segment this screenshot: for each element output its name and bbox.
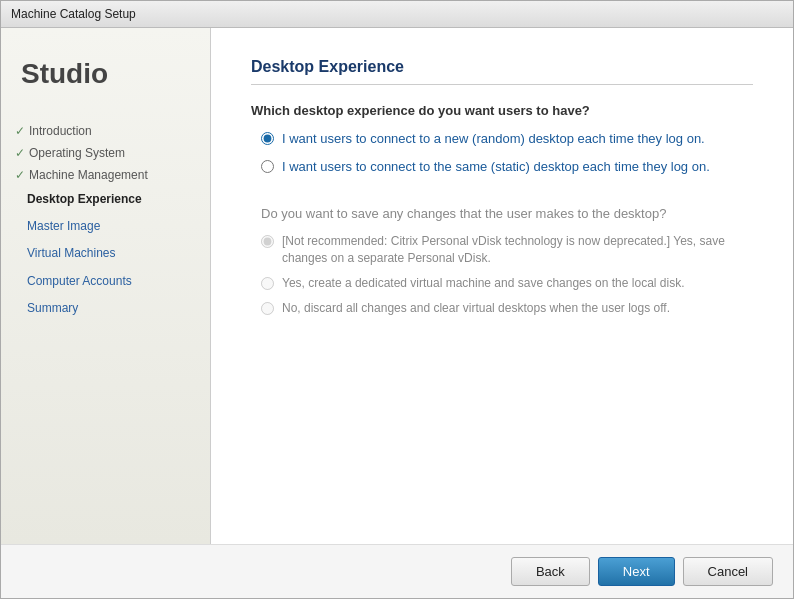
radio-static-input[interactable] <box>261 160 274 173</box>
spacer <box>251 325 753 524</box>
radio-option-random[interactable]: I want users to connect to a new (random… <box>261 130 753 148</box>
sidebar-title: Studio <box>1 58 210 120</box>
sidebar-item-master-image[interactable]: Master Image <box>1 213 210 240</box>
check-icon: ✓ <box>15 168 25 182</box>
sub-radio-pvdisk-label[interactable]: [Not recommended: Citrix Personal vDisk … <box>282 233 753 267</box>
next-button[interactable]: Next <box>598 557 675 586</box>
sidebar: Studio ✓ Introduction ✓ Operating System… <box>1 28 211 544</box>
cancel-button[interactable]: Cancel <box>683 557 773 586</box>
sidebar-item-virtual-machines[interactable]: Virtual Machines <box>1 240 210 267</box>
sidebar-item-machine-mgmt[interactable]: ✓ Machine Management <box>1 164 210 186</box>
sidebar-nav: ✓ Introduction ✓ Operating System ✓ Mach… <box>1 120 210 322</box>
window-title: Machine Catalog Setup <box>11 7 136 21</box>
sub-radio-option-discard[interactable]: No, discard all changes and clear virtua… <box>261 300 753 317</box>
sub-radio-discard-input[interactable] <box>261 302 274 315</box>
sidebar-item-os[interactable]: ✓ Operating System <box>1 142 210 164</box>
check-icon: ✓ <box>15 124 25 138</box>
radio-random-input[interactable] <box>261 132 274 145</box>
sidebar-item-introduction[interactable]: ✓ Introduction <box>1 120 210 142</box>
footer: Back Next Cancel <box>1 544 793 598</box>
title-bar: Machine Catalog Setup <box>1 1 793 28</box>
question2: Do you want to save any changes that the… <box>261 206 753 221</box>
save-changes-radio-group: [Not recommended: Citrix Personal vDisk … <box>251 233 753 324</box>
sub-radio-option-local[interactable]: Yes, create a dedicated virtual machine … <box>261 275 753 292</box>
check-icon: ✓ <box>15 146 25 160</box>
main-window: Machine Catalog Setup Studio ✓ Introduct… <box>0 0 794 599</box>
radio-random-label[interactable]: I want users to connect to a new (random… <box>282 130 705 148</box>
section-title: Desktop Experience <box>251 58 753 85</box>
sidebar-item-desktop-exp[interactable]: Desktop Experience <box>1 186 210 213</box>
content-area: Studio ✓ Introduction ✓ Operating System… <box>1 28 793 544</box>
sub-radio-local-label[interactable]: Yes, create a dedicated virtual machine … <box>282 275 684 292</box>
sub-radio-option-pvdisk[interactable]: [Not recommended: Citrix Personal vDisk … <box>261 233 753 267</box>
sidebar-item-summary[interactable]: Summary <box>1 295 210 322</box>
radio-static-label[interactable]: I want users to connect to the same (sta… <box>282 158 710 176</box>
sub-radio-discard-label[interactable]: No, discard all changes and clear virtua… <box>282 300 670 317</box>
sub-radio-pvdisk-input[interactable] <box>261 235 274 248</box>
radio-option-static[interactable]: I want users to connect to the same (sta… <box>261 158 753 176</box>
main-content: Desktop Experience Which desktop experie… <box>211 28 793 544</box>
sidebar-item-computer-accounts[interactable]: Computer Accounts <box>1 268 210 295</box>
sub-radio-local-input[interactable] <box>261 277 274 290</box>
desktop-experience-radio-group: I want users to connect to a new (random… <box>251 130 753 186</box>
back-button[interactable]: Back <box>511 557 590 586</box>
question1: Which desktop experience do you want use… <box>251 103 753 118</box>
